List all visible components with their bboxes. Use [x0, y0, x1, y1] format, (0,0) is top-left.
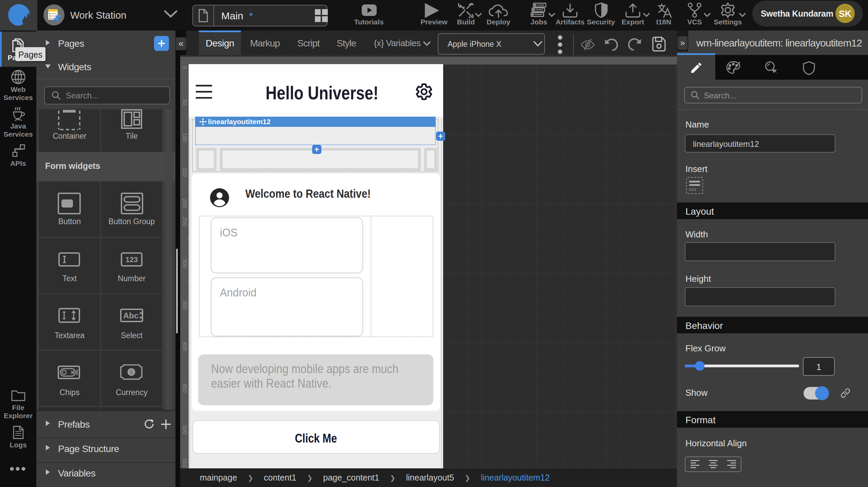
svg-text:Abc: Abc	[123, 311, 138, 320]
svg-text:123: 123	[126, 255, 138, 264]
svg-text:$: $	[130, 369, 133, 376]
